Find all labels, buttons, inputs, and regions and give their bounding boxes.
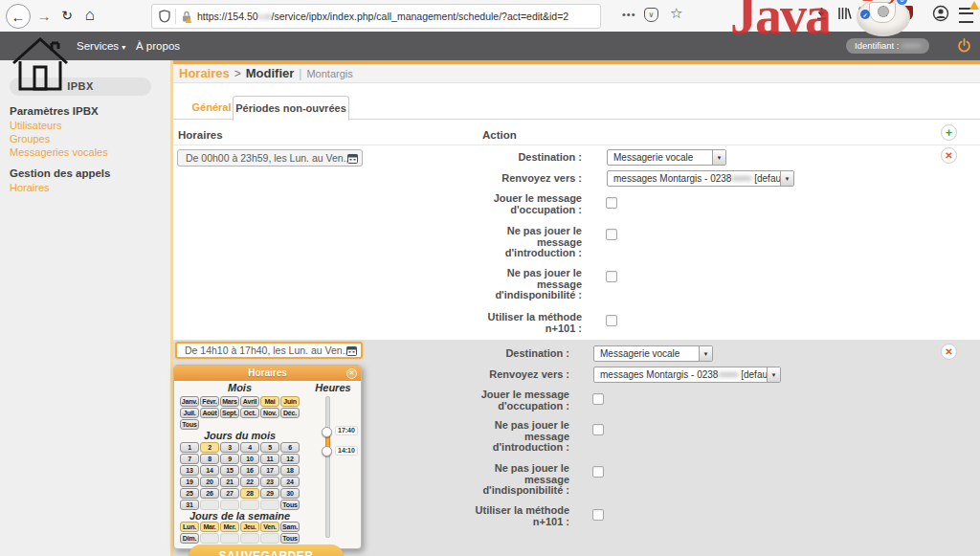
renvoyez-select-1[interactable]: messages Montargis - 0238•••••• [default… xyxy=(607,170,794,187)
days-all-button[interactable]: Tous xyxy=(280,500,300,510)
day-button[interactable]: 31 xyxy=(180,500,199,510)
browser-reload-icon[interactable]: ↻ xyxy=(56,4,78,27)
day-button[interactable]: 21 xyxy=(220,477,239,487)
weekday-button[interactable]: Ven. xyxy=(260,522,279,532)
sidebar-item-messageries[interactable]: Messageries vocales xyxy=(10,146,108,158)
occupation-checkbox-1[interactable] xyxy=(606,197,617,209)
day-button[interactable]: 12 xyxy=(280,454,300,464)
occupation-checkbox-2[interactable] xyxy=(592,393,604,405)
library-icon[interactable] xyxy=(836,6,852,21)
slider-handle-end[interactable] xyxy=(322,427,332,437)
day-button[interactable]: 14 xyxy=(200,465,219,476)
day-button[interactable]: 29 xyxy=(260,488,279,499)
month-button[interactable]: Juin xyxy=(280,396,300,407)
day-button[interactable]: 4 xyxy=(240,442,259,453)
weekdays-all-button[interactable]: Tous xyxy=(280,533,300,544)
calendar-icon[interactable] xyxy=(347,153,358,164)
schedule-input-2[interactable]: De 14h10 à 17h40, les Lun. au Ven., ... xyxy=(175,342,363,359)
breadcrumb-horaires[interactable]: Horaires xyxy=(179,66,230,80)
indisponibilite-checkbox-1[interactable] xyxy=(606,271,617,282)
pocket-icon[interactable]: ∨ xyxy=(644,8,658,22)
destination-select-2[interactable]: Messagerie vocale▼ xyxy=(593,345,713,362)
day-button[interactable]: 2 xyxy=(200,442,219,453)
day-button[interactable]: 13 xyxy=(180,465,199,476)
day-button[interactable]: 16 xyxy=(240,465,259,476)
tab-general[interactable]: Général xyxy=(188,96,235,119)
sidebar-item-groupes[interactable]: Groupes xyxy=(10,133,50,145)
month-button[interactable]: Mai xyxy=(260,396,279,407)
weekday-button[interactable]: Sam. xyxy=(280,522,300,532)
account-icon[interactable] xyxy=(932,5,949,22)
day-button[interactable]: 8 xyxy=(200,454,219,464)
renvoyez-select-2[interactable]: messages Montargis - 0238•••••• [default… xyxy=(593,367,781,383)
remove-period-1-button[interactable]: ✕ xyxy=(941,147,957,164)
month-button[interactable]: Mars xyxy=(220,396,239,407)
day-button[interactable]: 18 xyxy=(280,465,300,476)
warning-lock-icon[interactable] xyxy=(181,11,192,23)
day-button[interactable]: 28 xyxy=(240,488,259,499)
home-logo-icon[interactable] xyxy=(11,34,69,92)
introduction-checkbox-2[interactable] xyxy=(592,424,604,435)
sidebar-item-utilisateurs[interactable]: Utilisateurs xyxy=(10,120,61,131)
day-button[interactable]: 23 xyxy=(260,477,279,487)
save-button[interactable]: SAUVEGARDER xyxy=(189,545,344,556)
weekday-button[interactable]: Dim. xyxy=(180,533,199,544)
page-actions-icon[interactable]: ••• xyxy=(622,9,636,20)
month-button[interactable]: Juil. xyxy=(180,408,199,418)
day-button[interactable]: 11 xyxy=(260,454,279,464)
day-button[interactable]: 17 xyxy=(260,465,279,476)
day-button[interactable]: 9 xyxy=(220,454,239,464)
remove-period-2-button[interactable]: ✕ xyxy=(941,344,957,360)
weekday-button[interactable]: Lun. xyxy=(180,522,199,532)
methode-checkbox-2[interactable] xyxy=(592,509,604,521)
day-button[interactable]: 26 xyxy=(200,488,219,499)
widget-close-icon[interactable]: ✕ xyxy=(346,368,357,379)
month-button[interactable]: Déc. xyxy=(280,408,300,418)
month-button[interactable]: Janv. xyxy=(180,396,199,407)
indisponibilite-checkbox-2[interactable] xyxy=(592,466,604,478)
day-button[interactable]: 22 xyxy=(240,477,259,487)
weekday-button[interactable]: Mar. xyxy=(200,522,219,532)
logout-power-icon[interactable] xyxy=(957,38,971,54)
url-text[interactable]: https://154.50•.••/service/ipbx/index.ph… xyxy=(197,11,568,22)
day-button[interactable]: 3 xyxy=(220,442,239,453)
day-button[interactable]: 25 xyxy=(180,488,199,499)
weekday-button[interactable]: Jeu. xyxy=(240,522,259,532)
browser-home-icon[interactable]: ⌂ xyxy=(78,4,101,27)
tracking-shield-icon[interactable] xyxy=(159,10,170,23)
day-button[interactable]: 1 xyxy=(180,442,199,453)
month-button[interactable]: Nov. xyxy=(260,408,279,418)
menu-hamburger-icon[interactable] xyxy=(959,8,973,23)
bookmark-star-icon[interactable]: ☆ xyxy=(670,5,682,22)
month-button[interactable]: Avril xyxy=(240,396,259,407)
slider-handle-start[interactable] xyxy=(322,446,332,456)
month-button[interactable]: Févr. xyxy=(200,396,219,407)
methode-checkbox-1[interactable] xyxy=(606,315,617,326)
day-button[interactable]: 5 xyxy=(260,442,279,453)
day-button[interactable]: 30 xyxy=(280,488,300,499)
calendar-icon[interactable] xyxy=(346,345,357,356)
month-button[interactable]: Août xyxy=(200,408,219,418)
day-button[interactable]: 6 xyxy=(280,442,300,453)
tab-periodes-non-ouvrees[interactable]: Périodes non-ouvrées xyxy=(233,96,349,121)
day-button[interactable]: 27 xyxy=(220,488,239,499)
day-button[interactable]: 20 xyxy=(200,477,219,487)
introduction-checkbox-1[interactable] xyxy=(606,229,617,240)
day-button[interactable]: 7 xyxy=(180,454,199,464)
months-all-button[interactable]: Tous xyxy=(180,419,199,430)
weekday-button[interactable]: Mer. xyxy=(220,522,239,532)
day-button[interactable]: 19 xyxy=(180,477,199,487)
browser-forward-icon[interactable]: → xyxy=(33,4,56,27)
month-button[interactable]: Oct. xyxy=(240,408,259,418)
day-button[interactable]: 24 xyxy=(280,477,300,487)
add-period-button[interactable]: + xyxy=(941,124,957,141)
browser-back-icon[interactable]: ← xyxy=(6,4,31,29)
widget-titlebar[interactable]: Horaires xyxy=(174,366,361,381)
schedule-input-1[interactable]: De 00h00 à 23h59, les Lun. au Ven., ... xyxy=(177,149,363,167)
nav-about[interactable]: À propos xyxy=(136,32,180,60)
url-bar[interactable]: https://154.50•.••/service/ipbx/index.ph… xyxy=(151,4,601,29)
hours-slider-track[interactable] xyxy=(325,396,330,538)
day-button[interactable]: 10 xyxy=(240,454,259,464)
day-button[interactable]: 15 xyxy=(220,465,239,476)
month-button[interactable]: Sept. xyxy=(220,408,239,418)
